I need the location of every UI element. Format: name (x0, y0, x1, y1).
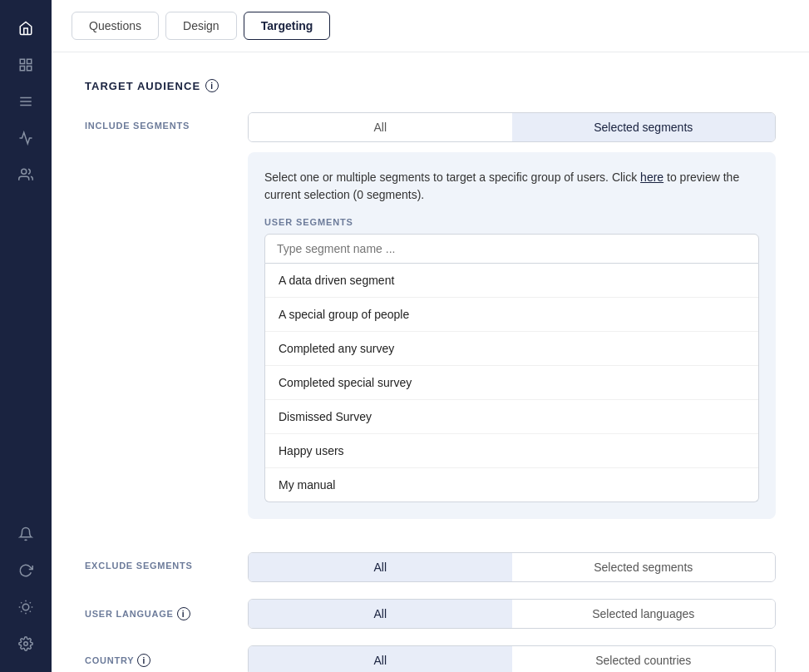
svg-point-17 (24, 642, 28, 646)
country-toggle: All Selected countries (248, 645, 776, 672)
country-info-icon[interactable]: i (137, 654, 150, 667)
user-language-row: USER LANGUAGE i All Selected languages (85, 599, 776, 629)
tab-bar: Questions Design Targeting (52, 0, 809, 52)
svg-line-11 (21, 602, 22, 603)
home-icon[interactable] (11, 13, 41, 43)
segment-preview-link[interactable]: here (640, 170, 663, 184)
segment-search-wrapper: A data driven segment A special group of… (264, 234, 759, 502)
user-language-toggle: All Selected languages (248, 599, 776, 629)
country-all-btn[interactable]: All (249, 646, 512, 672)
section-info-icon[interactable]: i (205, 79, 219, 92)
section-title: TARGET AUDIENCE i (85, 79, 776, 92)
svg-line-15 (21, 611, 22, 612)
include-segments-all-btn[interactable]: All (249, 113, 512, 141)
svg-rect-2 (27, 67, 32, 71)
chart-icon[interactable] (11, 123, 41, 153)
user-language-selected-btn[interactable]: Selected languages (512, 600, 776, 628)
country-row: COUNTRY i All Selected countries (85, 645, 776, 672)
segment-item-6[interactable]: My manual (265, 468, 758, 502)
exclude-segments-control: All Selected segments (248, 552, 776, 582)
segment-item-2[interactable]: Completed any survey (265, 332, 758, 366)
tab-design[interactable]: Design (165, 12, 237, 40)
sun-icon[interactable] (11, 592, 41, 622)
include-segments-label: INCLUDE SEGMENTS (85, 112, 234, 536)
user-language-label: USER LANGUAGE i (85, 599, 234, 620)
segment-item-5[interactable]: Happy users (265, 434, 758, 468)
svg-rect-1 (27, 59, 32, 63)
svg-rect-3 (20, 67, 24, 71)
section-title-text: TARGET AUDIENCE (85, 80, 200, 92)
refresh-icon[interactable] (11, 556, 41, 586)
exclude-segments-row: EXCLUDE SEGMENTS All Selected segments (85, 552, 776, 582)
list-icon[interactable] (11, 50, 41, 80)
segment-item-4[interactable]: Dismissed Survey (265, 400, 758, 434)
country-control: All Selected countries (248, 645, 776, 672)
page-content: TARGET AUDIENCE i INCLUDE SEGMENTS All S… (52, 52, 809, 672)
exclude-segments-toggle: All Selected segments (248, 552, 776, 582)
include-segments-control: All Selected segments Select one or mult… (248, 112, 776, 536)
main-content: Questions Design Targeting TARGET AUDIEN… (52, 0, 809, 672)
tab-targeting[interactable]: Targeting (244, 12, 331, 40)
segment-search-input[interactable] (264, 234, 759, 264)
svg-point-7 (22, 169, 27, 174)
svg-line-12 (30, 611, 31, 612)
include-segments-toggle: All Selected segments (248, 112, 776, 142)
exclude-segments-all-btn[interactable]: All (249, 553, 512, 581)
segment-desc-text1: Select one or multiple segments to targe… (264, 170, 637, 184)
segment-box: Select one or multiple segments to targe… (248, 152, 776, 519)
segment-item-0[interactable]: A data driven segment (265, 264, 758, 298)
svg-line-16 (30, 602, 31, 603)
sidebar (0, 0, 52, 672)
country-label: COUNTRY i (85, 645, 234, 667)
svg-rect-0 (20, 59, 24, 63)
segment-description: Select one or multiple segments to targe… (264, 169, 759, 204)
user-segments-label: USER SEGMENTS (264, 217, 759, 227)
user-language-control: All Selected languages (248, 599, 776, 629)
segment-item-3[interactable]: Completed special survey (265, 366, 758, 400)
svg-point-8 (22, 604, 29, 610)
country-selected-btn[interactable]: Selected countries (512, 646, 776, 672)
people-icon[interactable] (11, 160, 41, 190)
exclude-segments-label: EXCLUDE SEGMENTS (85, 552, 234, 571)
segment-item-1[interactable]: A special group of people (265, 298, 758, 332)
language-info-icon[interactable]: i (177, 607, 190, 620)
bell-icon[interactable] (11, 519, 41, 549)
include-segments-selected-btn[interactable]: Selected segments (512, 113, 776, 141)
segment-dropdown-list: A data driven segment A special group of… (264, 264, 759, 502)
hamburger-icon[interactable] (11, 86, 41, 116)
exclude-segments-selected-btn[interactable]: Selected segments (512, 553, 776, 581)
user-language-all-btn[interactable]: All (249, 600, 512, 628)
tab-questions[interactable]: Questions (72, 12, 159, 40)
gear-icon[interactable] (11, 629, 41, 659)
include-segments-row: INCLUDE SEGMENTS All Selected segments S… (85, 112, 776, 536)
